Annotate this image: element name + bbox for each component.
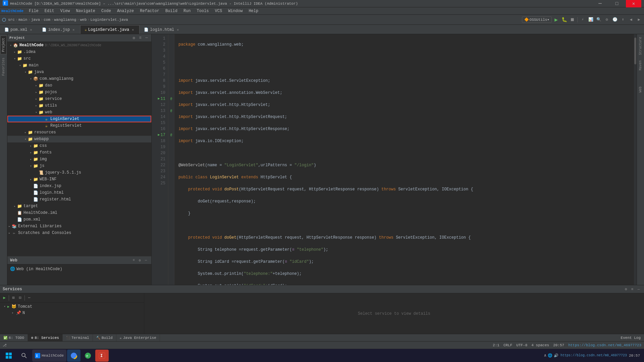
menu-window[interactable]: Window: [225, 8, 245, 14]
code-area[interactable]: 1 2 3 4 5 6 7 8 9 10 ▶11 12 13 14 15: [152, 34, 637, 285]
rpanel-web-label[interactable]: Web: [638, 84, 643, 95]
tree-src[interactable]: ▾ 📁 src: [7, 55, 151, 62]
tree-img[interactable]: ▸ 📁 img: [7, 156, 151, 163]
tab-pom-close[interactable]: ✕: [29, 27, 33, 32]
toolbar-btn-recent[interactable]: 🕐: [611, 16, 619, 23]
tray-volume-icon[interactable]: 🔊: [554, 353, 558, 358]
minimize-button[interactable]: ─: [592, 0, 608, 7]
tree-web-inf[interactable]: ▸ 📁 WEB-INF: [7, 176, 151, 183]
breadcrumb-java[interactable]: java: [31, 18, 40, 22]
btab-services[interactable]: ⚙ 8: Services: [28, 334, 63, 342]
code-content[interactable]: package com.wanglianng.web; import javax…: [174, 34, 634, 285]
sidebar-collapse-btn[interactable]: ≡: [138, 35, 143, 41]
menu-tools[interactable]: Tools: [194, 8, 212, 14]
breadcrumb-wanglianng[interactable]: wanglianng: [54, 18, 76, 22]
toolbar-btn-vcs[interactable]: ⬆: [619, 16, 627, 23]
tree-index-jsp[interactable]: ▸ 📄 index.jsp: [7, 183, 151, 189]
menu-run[interactable]: Run: [181, 8, 194, 14]
tree-main[interactable]: ▾ 📁 main: [7, 62, 151, 69]
tree-service[interactable]: ▸ 📁 service: [7, 96, 151, 102]
tree-idea[interactable]: ▸ 📁 .idea: [7, 49, 151, 55]
menu-code[interactable]: Code: [99, 8, 114, 14]
tab-index-jsp[interactable]: 📄 index.jsp ✕: [38, 25, 80, 34]
tree-dao[interactable]: ▸ 📁 dao: [7, 82, 151, 89]
menu-view[interactable]: View: [58, 8, 73, 14]
toolbar-btn-back[interactable]: ◀: [627, 16, 635, 23]
services-more-btn[interactable]: ⋯: [26, 295, 32, 301]
taskbar-search[interactable]: [17, 349, 32, 362]
toolbar-btn-profile[interactable]: 📊: [587, 16, 594, 23]
rpanel-gradle[interactable]: [640, 73, 642, 78]
tree-external-libraries[interactable]: ▸ 📚 External Libraries: [7, 223, 151, 230]
tree-utils[interactable]: ▸ 📁 utils: [7, 102, 151, 109]
event-log-btn[interactable]: Event Log: [618, 336, 644, 340]
stop-button[interactable]: ⏹: [569, 16, 576, 23]
btab-build[interactable]: 🔨 Build: [93, 334, 116, 342]
status-position[interactable]: 2:1: [493, 343, 499, 347]
web-panel-sort-btn[interactable]: ≡: [131, 258, 137, 263]
tree-web[interactable]: ▾ 📁 web: [7, 109, 151, 116]
menu-build[interactable]: Build: [163, 8, 180, 14]
gutter-run-icon-17[interactable]: ▶: [158, 132, 160, 138]
services-expand-btn[interactable]: ⊞: [10, 295, 16, 301]
tree-root[interactable]: ▾ 🏠 HealthCode D:\IDEA_WS_202007\HealthC…: [7, 42, 151, 49]
tab-login-html-close[interactable]: ✕: [175, 27, 180, 32]
tree-login-html[interactable]: ▸ 📄 login.html: [7, 189, 151, 196]
tree-register-html[interactable]: ▸ 📄 register.html: [7, 196, 151, 203]
breadcrumb-main[interactable]: main: [18, 18, 27, 22]
vtab-favorites[interactable]: Favorites: [1, 56, 6, 78]
breadcrumb-com[interactable]: com: [44, 18, 50, 22]
tree-login-servlet[interactable]: ▸ ☕ LoginServlet: [7, 116, 151, 122]
services-tomcat-item[interactable]: ▾ ▶ 🐱 Tomcat: [0, 303, 144, 310]
tree-fonts[interactable]: ▸ 📁 fonts: [7, 149, 151, 156]
services-minimize-btn[interactable]: —: [636, 287, 641, 292]
breadcrumb-web[interactable]: web: [80, 18, 87, 22]
menu-refactor[interactable]: Refactor: [137, 8, 162, 14]
tree-webapp[interactable]: ▾ 📁 webapp: [7, 136, 151, 142]
web-panel-item[interactable]: 🌐 Web (in HealthCode): [10, 266, 149, 272]
rpanel-structure[interactable]: Structure: [638, 34, 643, 58]
btab-todo[interactable]: ✅ 6: TODO: [0, 334, 28, 342]
services-gear-btn[interactable]: ⚙: [623, 287, 629, 292]
btab-terminal[interactable]: ⬛ Terminal: [63, 334, 93, 342]
menu-analyze[interactable]: Analyze: [114, 8, 137, 14]
tree-regist-servlet[interactable]: ▸ ☕ RegistServlet: [7, 122, 151, 129]
menu-navigate[interactable]: Navigate: [73, 8, 98, 14]
tree-jquery[interactable]: ▸ 📜 jquery-3.5.1.js: [7, 169, 151, 176]
debug-button[interactable]: 🐛: [560, 16, 568, 23]
breadcrumb-src[interactable]: src: [8, 18, 15, 22]
tree-target[interactable]: ▸ 📁 target: [7, 203, 151, 209]
taskbar-start[interactable]: [1, 349, 16, 362]
scroll-thumb[interactable]: [634, 38, 636, 64]
taskbar-browser2[interactable]: e: [81, 350, 95, 362]
toolbar-btn-settings[interactable]: ⚙: [603, 16, 610, 23]
menu-edit[interactable]: Edit: [42, 8, 57, 14]
tree-resources[interactable]: ▸ 📁 resources: [7, 129, 151, 136]
status-crlf[interactable]: CRLF: [503, 343, 512, 347]
menu-help[interactable]: Help: [246, 8, 261, 14]
web-panel-minimize-btn[interactable]: —: [143, 258, 149, 263]
taskbar-app3[interactable]: I: [95, 350, 109, 362]
tab-login-servlet-close[interactable]: ✕: [130, 27, 135, 32]
sidebar-gear-btn[interactable]: ⚙: [131, 35, 137, 41]
rpanel-spring[interactable]: [640, 78, 642, 84]
tab-pom-xml[interactable]: 📄 pom.xml ✕: [0, 25, 38, 34]
sidebar-close-btn[interactable]: —: [144, 35, 149, 41]
tray-icon-1[interactable]: ∧: [544, 353, 546, 358]
vtab-project[interactable]: Project: [0, 36, 7, 54]
tab-login-html[interactable]: 📄 login.html ✕: [140, 25, 184, 34]
rpanel-maven[interactable]: Maven: [638, 58, 643, 73]
tree-pojos[interactable]: ▸ 📁 pojos: [7, 89, 151, 96]
tree-css[interactable]: ▸ 📁 css: [7, 142, 151, 149]
tree-com-wanglianng[interactable]: ▾ 📦 com.wanglianng: [7, 75, 151, 82]
tab-index-close[interactable]: ✕: [71, 27, 76, 32]
breadcrumb-file[interactable]: LoginServlet.java: [90, 18, 128, 22]
close-button[interactable]: ✕: [626, 0, 641, 7]
btab-java-enterprise[interactable]: ☕ Java Enterprise: [116, 334, 160, 342]
toolbar-btn-forward[interactable]: ▶: [635, 16, 643, 23]
maximize-button[interactable]: □: [609, 0, 625, 7]
menu-vcs[interactable]: VCS: [212, 8, 225, 14]
tree-java[interactable]: ▾ 📁 java: [7, 69, 151, 75]
menu-file[interactable]: File: [26, 8, 41, 14]
taskbar-intellij[interactable]: I HealthCode: [32, 350, 66, 362]
